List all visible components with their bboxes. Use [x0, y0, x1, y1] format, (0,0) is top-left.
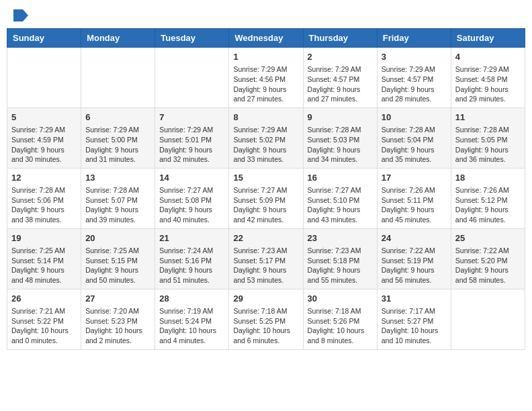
weekday-header-saturday: Saturday: [451, 29, 525, 48]
day-number: 23: [308, 232, 373, 244]
calendar-week-4: 19Sunrise: 7:25 AM Sunset: 5:14 PM Dayli…: [7, 228, 525, 289]
day-number: 19: [11, 232, 77, 244]
day-number: 21: [159, 232, 224, 244]
day-number: 18: [455, 172, 521, 184]
weekday-header-tuesday: Tuesday: [155, 29, 229, 48]
day-number: 14: [159, 172, 224, 184]
calendar-cell: 28Sunrise: 7:19 AM Sunset: 5:24 PM Dayli…: [155, 289, 229, 349]
logo-arrow-icon: [13, 9, 28, 21]
day-info: Sunrise: 7:28 AM Sunset: 5:05 PM Dayligh…: [455, 125, 521, 165]
weekday-header-sunday: Sunday: [7, 29, 81, 48]
day-info: Sunrise: 7:25 AM Sunset: 5:14 PM Dayligh…: [11, 246, 77, 285]
calendar-cell: 9Sunrise: 7:28 AM Sunset: 5:03 PM Daylig…: [303, 107, 377, 168]
day-number: 9: [308, 111, 373, 124]
calendar-cell: 24Sunrise: 7:22 AM Sunset: 5:19 PM Dayli…: [377, 228, 451, 289]
calendar-cell: 6Sunrise: 7:29 AM Sunset: 5:00 PM Daylig…: [81, 107, 155, 168]
svg-marker-0: [13, 9, 28, 21]
calendar-cell: 23Sunrise: 7:23 AM Sunset: 5:18 PM Dayli…: [303, 228, 377, 289]
day-info: Sunrise: 7:29 AM Sunset: 4:56 PM Dayligh…: [233, 64, 298, 104]
day-number: 20: [85, 232, 150, 244]
day-number: 15: [233, 172, 298, 184]
day-info: Sunrise: 7:28 AM Sunset: 5:03 PM Dayligh…: [308, 125, 373, 165]
day-number: 12: [11, 172, 77, 184]
calendar-cell: 15Sunrise: 7:27 AM Sunset: 5:09 PM Dayli…: [229, 168, 303, 228]
calendar-cell: 12Sunrise: 7:28 AM Sunset: 5:06 PM Dayli…: [7, 168, 81, 228]
day-info: Sunrise: 7:18 AM Sunset: 5:26 PM Dayligh…: [308, 306, 373, 346]
day-number: 3: [382, 51, 447, 63]
day-number: 11: [455, 111, 521, 124]
calendar-cell: 22Sunrise: 7:23 AM Sunset: 5:17 PM Dayli…: [229, 228, 303, 289]
day-number: 25: [455, 232, 521, 244]
day-number: 16: [308, 172, 373, 184]
calendar-cell: 7Sunrise: 7:29 AM Sunset: 5:01 PM Daylig…: [155, 107, 229, 168]
day-info: Sunrise: 7:19 AM Sunset: 5:24 PM Dayligh…: [159, 306, 224, 346]
calendar-cell: [81, 48, 155, 108]
day-info: Sunrise: 7:28 AM Sunset: 5:06 PM Dayligh…: [11, 185, 77, 225]
day-info: Sunrise: 7:23 AM Sunset: 5:18 PM Dayligh…: [308, 246, 373, 285]
calendar-cell: 3Sunrise: 7:29 AM Sunset: 4:57 PM Daylig…: [377, 48, 451, 108]
calendar-cell: 29Sunrise: 7:18 AM Sunset: 5:25 PM Dayli…: [229, 289, 303, 349]
day-info: Sunrise: 7:29 AM Sunset: 5:01 PM Dayligh…: [159, 125, 224, 165]
calendar-cell: 1Sunrise: 7:29 AM Sunset: 4:56 PM Daylig…: [229, 48, 303, 108]
day-info: Sunrise: 7:22 AM Sunset: 5:20 PM Dayligh…: [455, 246, 521, 285]
day-info: Sunrise: 7:28 AM Sunset: 5:07 PM Dayligh…: [85, 185, 150, 225]
day-info: Sunrise: 7:27 AM Sunset: 5:09 PM Dayligh…: [233, 185, 298, 225]
day-number: 1: [233, 51, 298, 63]
calendar-cell: 13Sunrise: 7:28 AM Sunset: 5:07 PM Dayli…: [81, 168, 155, 228]
calendar-week-5: 26Sunrise: 7:21 AM Sunset: 5:22 PM Dayli…: [7, 289, 525, 349]
calendar-cell: 21Sunrise: 7:24 AM Sunset: 5:16 PM Dayli…: [155, 228, 229, 289]
calendar-cell: 14Sunrise: 7:27 AM Sunset: 5:08 PM Dayli…: [155, 168, 229, 228]
calendar-week-2: 5Sunrise: 7:29 AM Sunset: 4:59 PM Daylig…: [7, 107, 525, 168]
day-number: 10: [382, 111, 447, 124]
calendar-cell: [7, 48, 81, 108]
calendar-cell: 2Sunrise: 7:29 AM Sunset: 4:57 PM Daylig…: [303, 48, 377, 108]
day-info: Sunrise: 7:28 AM Sunset: 5:04 PM Dayligh…: [382, 125, 447, 165]
day-info: Sunrise: 7:18 AM Sunset: 5:25 PM Dayligh…: [233, 306, 298, 346]
calendar-cell: 31Sunrise: 7:17 AM Sunset: 5:27 PM Dayli…: [377, 289, 451, 349]
day-info: Sunrise: 7:29 AM Sunset: 5:02 PM Dayligh…: [233, 125, 298, 165]
weekday-header-friday: Friday: [377, 29, 451, 48]
calendar-cell: 30Sunrise: 7:18 AM Sunset: 5:26 PM Dayli…: [303, 289, 377, 349]
calendar-cell: 25Sunrise: 7:22 AM Sunset: 5:20 PM Dayli…: [451, 228, 525, 289]
day-info: Sunrise: 7:22 AM Sunset: 5:19 PM Dayligh…: [382, 246, 447, 285]
day-number: 13: [85, 172, 150, 184]
day-info: Sunrise: 7:20 AM Sunset: 5:23 PM Dayligh…: [85, 306, 150, 346]
day-info: Sunrise: 7:27 AM Sunset: 5:10 PM Dayligh…: [308, 185, 373, 225]
weekday-header-thursday: Thursday: [303, 29, 377, 48]
calendar-table: SundayMondayTuesdayWednesdayThursdayFrid…: [7, 28, 525, 350]
day-number: 28: [159, 293, 224, 305]
calendar-cell: 8Sunrise: 7:29 AM Sunset: 5:02 PM Daylig…: [229, 107, 303, 168]
day-info: Sunrise: 7:29 AM Sunset: 4:58 PM Dayligh…: [455, 64, 521, 104]
day-number: 2: [308, 51, 373, 63]
calendar-cell: 10Sunrise: 7:28 AM Sunset: 5:04 PM Dayli…: [377, 107, 451, 168]
day-number: 4: [455, 51, 521, 63]
calendar-cell: 26Sunrise: 7:21 AM Sunset: 5:22 PM Dayli…: [7, 289, 81, 349]
day-number: 5: [11, 111, 77, 124]
weekday-header-row: SundayMondayTuesdayWednesdayThursdayFrid…: [7, 29, 525, 48]
day-number: 8: [233, 111, 298, 124]
calendar-week-1: 1Sunrise: 7:29 AM Sunset: 4:56 PM Daylig…: [7, 48, 525, 108]
calendar-cell: 18Sunrise: 7:26 AM Sunset: 5:12 PM Dayli…: [451, 168, 525, 228]
day-number: 22: [233, 232, 298, 244]
calendar-cell: 19Sunrise: 7:25 AM Sunset: 5:14 PM Dayli…: [7, 228, 81, 289]
day-info: Sunrise: 7:29 AM Sunset: 4:57 PM Dayligh…: [382, 64, 447, 104]
day-info: Sunrise: 7:23 AM Sunset: 5:17 PM Dayligh…: [233, 246, 298, 285]
day-info: Sunrise: 7:29 AM Sunset: 4:57 PM Dayligh…: [308, 64, 373, 104]
calendar-cell: [155, 48, 229, 108]
calendar-cell: 17Sunrise: 7:26 AM Sunset: 5:11 PM Dayli…: [377, 168, 451, 228]
day-info: Sunrise: 7:29 AM Sunset: 4:59 PM Dayligh…: [11, 125, 77, 165]
calendar-cell: 4Sunrise: 7:29 AM Sunset: 4:58 PM Daylig…: [451, 48, 525, 108]
day-number: 29: [233, 293, 298, 305]
day-info: Sunrise: 7:26 AM Sunset: 5:12 PM Dayligh…: [455, 185, 521, 225]
day-info: Sunrise: 7:26 AM Sunset: 5:11 PM Dayligh…: [382, 185, 447, 225]
day-info: Sunrise: 7:27 AM Sunset: 5:08 PM Dayligh…: [159, 185, 224, 225]
weekday-header-wednesday: Wednesday: [229, 29, 303, 48]
logo: [12, 9, 30, 20]
day-info: Sunrise: 7:25 AM Sunset: 5:15 PM Dayligh…: [85, 246, 150, 285]
day-info: Sunrise: 7:24 AM Sunset: 5:16 PM Dayligh…: [159, 246, 224, 285]
day-number: 24: [382, 232, 447, 244]
day-number: 6: [85, 111, 150, 124]
day-info: Sunrise: 7:17 AM Sunset: 5:27 PM Dayligh…: [382, 306, 447, 346]
calendar-week-3: 12Sunrise: 7:28 AM Sunset: 5:06 PM Dayli…: [7, 168, 525, 228]
day-number: 27: [85, 293, 150, 305]
